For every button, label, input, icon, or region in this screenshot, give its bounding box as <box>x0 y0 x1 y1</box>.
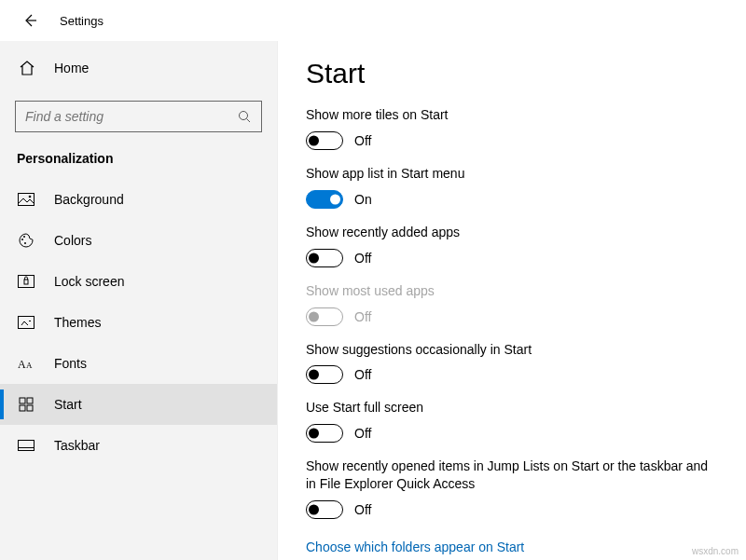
sidebar-item-label: Fonts <box>54 356 87 371</box>
toggle-state-label: On <box>354 192 372 207</box>
home-icon <box>17 58 37 78</box>
setting-label: Show suggestions occasionally in Start <box>306 341 718 359</box>
svg-point-4 <box>29 196 32 198</box>
search-box[interactable] <box>15 101 262 132</box>
sidebar-item-taskbar[interactable]: Taskbar <box>0 425 277 466</box>
setting-label: Show recently added apps <box>306 224 718 241</box>
folders-link[interactable]: Choose which folders appear on Start <box>306 540 524 554</box>
back-button[interactable] <box>17 7 43 34</box>
setting-row: Show suggestions occasionally in StartOf… <box>306 341 718 385</box>
setting-label: Show recently opened items in Jump Lists… <box>306 458 718 493</box>
window-title: Settings <box>60 14 104 28</box>
svg-rect-13 <box>20 398 25 403</box>
search-input[interactable] <box>25 109 237 124</box>
search-icon[interactable] <box>237 109 252 124</box>
svg-rect-3 <box>19 194 35 206</box>
svg-rect-17 <box>19 441 35 451</box>
toggle-switch[interactable] <box>306 424 343 443</box>
sidebar-item-background[interactable]: Background <box>0 179 277 220</box>
setting-row: Show app list in Start menuOn <box>306 165 718 209</box>
sidebar-item-themes[interactable]: Themes <box>0 302 277 343</box>
toggle-state-label: Off <box>354 133 371 148</box>
toggle-switch[interactable] <box>306 249 343 267</box>
toggle-switch <box>306 307 343 326</box>
toggle-state-label: Off <box>354 502 371 517</box>
setting-label: Show more tiles on Start <box>306 106 718 124</box>
svg-point-5 <box>21 239 23 240</box>
sidebar-item-fonts[interactable]: AA Fonts <box>0 343 277 384</box>
sidebar-item-colors[interactable]: Colors <box>0 220 277 261</box>
page-title: Start <box>306 58 718 89</box>
svg-point-7 <box>24 242 26 244</box>
main-panel: Start Show more tiles on StartOffShow ap… <box>278 41 746 560</box>
toggle-state-label: Off <box>354 309 371 324</box>
home-button[interactable]: Home <box>0 48 277 88</box>
svg-point-1 <box>240 112 248 120</box>
toggle-switch[interactable] <box>306 500 343 519</box>
setting-row: Show more tiles on StartOff <box>306 106 718 150</box>
fonts-icon: AA <box>17 354 35 373</box>
sidebar: Home Personalization Background Colors <box>0 41 278 560</box>
toggle-switch[interactable] <box>306 365 343 384</box>
sidebar-item-lock-screen[interactable]: Lock screen <box>0 261 277 302</box>
svg-rect-16 <box>27 405 33 411</box>
sidebar-item-label: Background <box>54 192 124 207</box>
toggle-state-label: Off <box>354 251 371 266</box>
svg-rect-10 <box>19 317 35 329</box>
svg-text:A: A <box>26 361 33 370</box>
setting-label: Show app list in Start menu <box>306 165 718 183</box>
setting-row: Show recently opened items in Jump Lists… <box>306 458 718 519</box>
setting-row: Show most used appsOff <box>306 282 718 326</box>
sidebar-item-label: Taskbar <box>54 438 100 453</box>
sidebar-item-label: Start <box>54 397 82 412</box>
sidebar-item-label: Colors <box>54 233 91 248</box>
toggle-switch[interactable] <box>306 131 343 150</box>
palette-icon <box>17 231 35 250</box>
toggle-switch[interactable] <box>306 190 343 209</box>
svg-text:A: A <box>18 358 26 370</box>
svg-rect-15 <box>20 405 25 411</box>
watermark: wsxdn.com <box>692 546 739 556</box>
setting-label: Show most used apps <box>306 282 718 300</box>
svg-point-6 <box>23 236 25 238</box>
toggle-state-label: Off <box>354 426 371 441</box>
sidebar-item-label: Themes <box>54 315 102 330</box>
svg-line-2 <box>247 119 251 123</box>
setting-label: Use Start full screen <box>306 399 718 417</box>
taskbar-icon <box>17 436 35 455</box>
lock-screen-icon <box>17 272 35 291</box>
sidebar-item-label: Lock screen <box>54 274 124 289</box>
home-label: Home <box>54 61 89 75</box>
category-label: Personalization <box>0 145 277 179</box>
sidebar-item-start[interactable]: Start <box>0 384 277 425</box>
themes-icon <box>17 313 35 332</box>
svg-rect-14 <box>27 398 33 403</box>
svg-rect-9 <box>24 280 28 284</box>
setting-row: Show recently added appsOff <box>306 224 718 267</box>
start-icon <box>17 395 35 414</box>
image-icon <box>17 190 35 209</box>
setting-row: Use Start full screenOff <box>306 399 718 443</box>
toggle-state-label: Off <box>354 367 371 382</box>
